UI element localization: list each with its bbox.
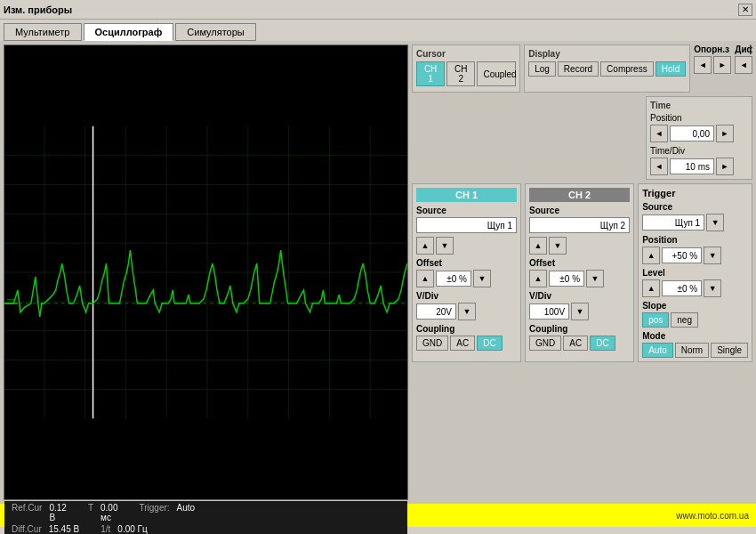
oporn-group: Опорн.з ◄ ►: [694, 44, 731, 93]
ch2-offset-up-btn[interactable]: ▲: [529, 270, 547, 287]
oporn-left-btn[interactable]: ◄: [694, 56, 712, 74]
trigger-mode-row: Auto Norm Single: [642, 343, 748, 358]
ch2-down-btn[interactable]: ▼: [549, 237, 567, 255]
ch1-offset-down-btn[interactable]: ▼: [473, 270, 491, 287]
ch2-source-input[interactable]: [529, 217, 630, 233]
trigger-source-title: Source: [642, 202, 748, 212]
timediv-label: Time/Div: [650, 146, 748, 156]
ch1-vdiv-input[interactable]: [416, 303, 456, 320]
ch1-dc-btn[interactable]: DC: [477, 336, 502, 351]
trigger-pos-btn[interactable]: pos: [642, 312, 669, 328]
trigger-source-row: ▼: [642, 214, 748, 231]
trigger-source-input[interactable]: [642, 214, 704, 231]
timediv-right-btn[interactable]: ►: [716, 158, 734, 175]
ch1-vdiv-title: V/Div: [416, 291, 517, 301]
tab-multimeter[interactable]: Мультиметр: [4, 23, 82, 41]
ch2-dc-btn[interactable]: DC: [590, 336, 615, 351]
time-area: Time Position ◄ ► Time/Div ◄ ►: [412, 96, 752, 180]
display-group: Display Log Record Compress Hold: [524, 44, 690, 93]
diff-btns: ◄ ►: [735, 56, 752, 74]
cursor-ch2-btn[interactable]: CH 2: [446, 61, 475, 86]
ch2-up-btn[interactable]: ▲: [529, 237, 547, 255]
title-bar: Изм. приборы ✕: [0, 0, 756, 20]
trigger-level-title: Level: [642, 268, 748, 278]
ch2-gnd-btn[interactable]: GND: [529, 336, 561, 351]
trigger-pos-up-btn[interactable]: ▲: [642, 247, 660, 264]
t-value: 0.00 мс: [101, 503, 117, 522]
bottom-url: www.moto.com.ua: [676, 511, 749, 521]
trigger-panel: Trigger Source ▼ Position ▲ ▼ Level ▲ ▼: [638, 183, 752, 362]
ch2-offset-down-btn[interactable]: ▼: [586, 270, 604, 287]
trigger-position-input[interactable]: [662, 247, 702, 263]
tab-oscilloscope[interactable]: Осциллограф: [84, 23, 174, 41]
trigger-label: Trigger:: [140, 503, 170, 522]
diff-cur-label: Diff.Cur: [12, 524, 42, 534]
cursor-coupled-btn[interactable]: Coupled: [477, 61, 516, 86]
ch2-offset-input[interactable]: [549, 271, 584, 287]
position-left-btn[interactable]: ◄: [650, 125, 668, 142]
diff-group: Дифф.з ◄ ►: [735, 44, 752, 93]
ch2-coupling-btns: GND AC DC: [529, 336, 630, 351]
oporn-btns: ◄ ►: [694, 56, 731, 74]
ch1-down-btn[interactable]: ▼: [436, 237, 454, 255]
trigger-level-input[interactable]: [662, 280, 702, 296]
trigger-neg-btn[interactable]: neg: [671, 312, 698, 328]
top-row: Cursor CH 1 CH 2 Coupled Display Log Rec…: [412, 44, 752, 93]
ch1-source-title: Source: [416, 206, 517, 215]
trigger-norm-btn[interactable]: Norm: [675, 343, 709, 358]
cursor-ch1-btn[interactable]: CH 1: [416, 61, 445, 86]
display-btn-row: Log Record Compress Hold: [528, 61, 686, 77]
main-content: — Ref.Cur 0.12 В T 0.00 мс Trigger: Auto…: [0, 41, 756, 504]
ch1-gnd-btn[interactable]: GND: [416, 336, 448, 351]
trigger-source-down-btn[interactable]: ▼: [706, 214, 724, 231]
trigger-pos-down-btn[interactable]: ▼: [704, 247, 721, 264]
position-right-btn[interactable]: ►: [716, 125, 734, 142]
trigger-single-btn[interactable]: Single: [711, 343, 748, 358]
ch2-offset-row: ▲ ▼: [529, 270, 630, 287]
ch1-coupling-title: Coupling: [416, 324, 517, 334]
right-panel: Cursor CH 1 CH 2 Coupled Display Log Rec…: [412, 44, 752, 500]
ch2-vdiv-down-btn[interactable]: ▼: [571, 303, 589, 320]
close-button[interactable]: ✕: [738, 4, 752, 16]
channels-trigger-row: CH 1 Source ▲ ▼ Offset ▲ ▼ V/Div: [412, 183, 752, 362]
trigger-level-down-btn[interactable]: ▼: [704, 279, 721, 297]
display-record-btn[interactable]: Record: [558, 61, 599, 77]
ch2-source-row: [529, 217, 630, 233]
position-input[interactable]: [670, 125, 714, 142]
ch1-up-btn[interactable]: ▲: [416, 237, 434, 255]
ch1-offset-input[interactable]: [436, 271, 471, 287]
ref-cur-label: Ref.Cur: [12, 503, 42, 522]
timediv-input[interactable]: [670, 158, 714, 174]
timediv-left-btn[interactable]: ◄: [650, 158, 668, 175]
display-hold-btn[interactable]: Hold: [655, 61, 687, 77]
oporn-right-btn[interactable]: ►: [713, 56, 731, 74]
oporn-label: Опорн.з: [694, 44, 731, 54]
ch2-vdiv-input[interactable]: [529, 303, 569, 320]
ch2-updown-row: ▲ ▼: [529, 237, 630, 255]
ch1-panel: CH 1 Source ▲ ▼ Offset ▲ ▼ V/Div: [412, 183, 521, 362]
display-log-btn[interactable]: Log: [528, 61, 556, 77]
trigger-level-up-btn[interactable]: ▲: [642, 279, 660, 297]
ch2-header: CH 2: [529, 188, 630, 202]
ch1-source-input[interactable]: [416, 217, 517, 233]
oscilloscope-canvas: —: [4, 45, 407, 499]
display-compress-btn[interactable]: Compress: [600, 61, 654, 77]
ch2-ac-btn[interactable]: AC: [563, 336, 588, 351]
trigger-mode-title: Mode: [642, 331, 748, 341]
trigger-value: Auto: [177, 503, 196, 522]
trigger-auto-btn[interactable]: Auto: [642, 343, 673, 358]
ch1-offset-up-btn[interactable]: ▲: [416, 270, 434, 287]
diff-left-btn[interactable]: ◄: [735, 56, 752, 74]
cursor-btn-row: CH 1 CH 2 Coupled: [416, 61, 516, 86]
tab-simulators[interactable]: Симуляторы: [175, 23, 255, 41]
ch1-ac-btn[interactable]: AC: [450, 336, 475, 351]
diff-cur-value: 15.45 В: [49, 524, 79, 534]
ch1-source-row: [416, 217, 517, 233]
trigger-slope-title: Slope: [642, 301, 748, 311]
position-label: Position: [650, 113, 748, 123]
timediv-row: ◄ ►: [650, 158, 748, 175]
osc-status-bar: Ref.Cur 0.12 В T 0.00 мс Trigger: Auto D…: [4, 501, 407, 534]
svg-text:—: —: [7, 295, 14, 303]
ch2-offset-title: Offset: [529, 258, 630, 268]
ch1-vdiv-down-btn[interactable]: ▼: [458, 303, 476, 320]
